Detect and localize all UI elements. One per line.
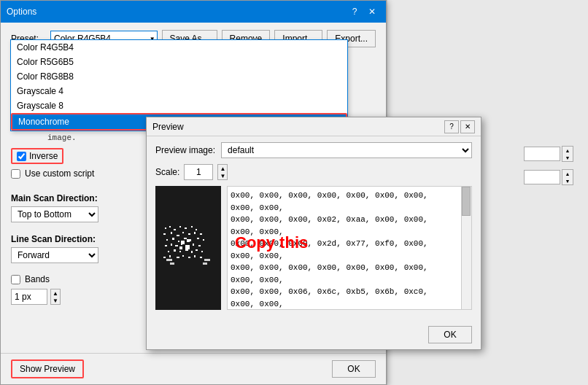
title-bar-controls: ? ✕ [347, 4, 380, 19]
line-scan-select[interactable]: Forward [11, 247, 98, 263]
preview-scale-row: Scale: ▲ ▼ [155, 164, 472, 180]
svg-rect-35 [201, 251, 203, 252]
inverse-section: Inverse Use custom script [11, 148, 94, 182]
px-row: 1 px ▲ ▼ [11, 289, 61, 305]
preview-content-area: Copy this 0x00, 0x00, 0x00, 0x00, 0x00, … [155, 186, 472, 310]
code-line-4: 0x00, 0x00, 0x00, 0x2d, 0x77, 0xf0, 0x00… [231, 238, 468, 250]
svg-rect-44 [187, 239, 190, 242]
main-scan-section: Main Scan Direction: Top to Bottom [11, 193, 98, 222]
help-button[interactable]: ? [347, 4, 363, 19]
preview-help-button[interactable]: ? [444, 120, 459, 133]
code-line-0: 0x00, 0x00, 0x00, 0x00, 0x00, 0x00, 0x00… [231, 190, 468, 202]
svg-rect-15 [166, 239, 168, 241]
inverse-checkbox-row: Inverse [11, 148, 63, 164]
dropdown-item-2[interactable]: Color R8G8B8 [11, 69, 347, 84]
svg-rect-47 [166, 259, 172, 261]
svg-rect-40 [188, 257, 190, 258]
px-spinner: ▲ ▼ [50, 289, 61, 305]
preview-image-select[interactable]: default [221, 142, 472, 158]
svg-rect-2 [169, 226, 171, 228]
right-spinners: ▲ ▼ ▲ ▼ [524, 146, 573, 185]
preview-image-row: Preview image: default [155, 142, 472, 158]
code-line-5: 0x00, 0x00, [231, 250, 468, 262]
spin-input-1[interactable] [524, 147, 560, 161]
code-line-6: 0x00, 0x00, 0x00, 0x00, 0x00, 0x00, 0x00… [231, 262, 468, 274]
svg-rect-43 [181, 241, 185, 244]
line-scan-section: Line Scan Direction: Forward [11, 234, 98, 263]
svg-rect-41 [194, 255, 196, 257]
svg-rect-45 [179, 246, 182, 249]
svg-rect-30 [174, 249, 176, 252]
px-down[interactable]: ▼ [51, 297, 60, 304]
ok-button[interactable]: OK [332, 360, 376, 378]
svg-rect-28 [198, 245, 201, 246]
spinner-control-1[interactable]: ▲ ▼ [524, 146, 573, 162]
preview-title-controls: ? ✕ [444, 120, 475, 133]
svg-rect-39 [182, 255, 184, 257]
preview-image-label: Preview image: [155, 145, 215, 155]
show-preview-button[interactable]: Show Preview [11, 359, 84, 378]
preview-close-button[interactable]: ✕ [460, 120, 475, 133]
custom-script-row: Use custom script [11, 168, 94, 179]
svg-rect-23 [171, 244, 172, 246]
preview-title-bar: Preview ? ✕ [147, 117, 481, 136]
preview-image-box [155, 186, 221, 310]
scrollbar-thumb[interactable] [462, 187, 471, 216]
code-line-2: 0x00, 0x00, 0x00, 0x02, 0xaa, 0x00, 0x00… [231, 214, 468, 226]
close-button[interactable]: ✕ [364, 4, 380, 19]
svg-rect-31 [179, 251, 181, 252]
dropdown-item-4[interactable]: Grayscale 8 [11, 98, 347, 113]
code-line-9: 0x00, 0x00, [231, 298, 468, 311]
svg-rect-1 [165, 228, 166, 229]
svg-rect-21 [203, 239, 204, 241]
svg-rect-29 [168, 251, 169, 252]
spin-up-1[interactable]: ▲ [562, 147, 573, 154]
options-title-bar: Options ? ✕ [1, 1, 386, 23]
svg-rect-20 [197, 238, 199, 239]
svg-rect-16 [172, 238, 174, 240]
preview-body: Preview image: default Scale: ▲ ▼ [147, 136, 481, 316]
preview-image-svg [159, 219, 217, 277]
svg-rect-36 [163, 257, 166, 258]
scale-label: Scale: [155, 167, 179, 177]
svg-rect-12 [188, 233, 190, 235]
svg-rect-5 [185, 228, 187, 229]
scale-input[interactable] [184, 164, 213, 180]
dropdown-item-0[interactable]: Color R4G5B4 [11, 40, 347, 55]
scale-down[interactable]: ▼ [218, 172, 227, 179]
preview-scrollbar[interactable] [461, 187, 471, 309]
px-input[interactable]: 1 px [11, 289, 47, 305]
svg-rect-22 [165, 245, 167, 246]
custom-script-label: Use custom script [25, 168, 94, 179]
spin-down-1[interactable]: ▼ [562, 154, 573, 161]
scale-up[interactable]: ▲ [218, 165, 227, 172]
dropdown-item-1[interactable]: Color R5G6B5 [11, 55, 347, 69]
preview-footer: OK [428, 326, 472, 343]
bands-checkbox[interactable] [11, 275, 20, 284]
bands-row: Bands [11, 274, 61, 284]
code-line-3: 0x00, 0x00, [231, 226, 468, 238]
svg-rect-37 [169, 255, 171, 257]
line-scan-label: Line Scan Direction: [11, 234, 98, 244]
svg-rect-24 [175, 245, 178, 246]
svg-rect-11 [182, 232, 184, 233]
svg-rect-34 [196, 249, 198, 251]
svg-rect-27 [193, 244, 194, 246]
svg-rect-6 [191, 226, 193, 228]
main-scan-select[interactable]: Top to Bottom [11, 206, 98, 222]
dropdown-item-3[interactable]: Grayscale 4 [11, 84, 347, 98]
spin-down-2[interactable]: ▼ [562, 177, 573, 184]
spin-up-2[interactable]: ▲ [562, 170, 573, 177]
svg-rect-49 [170, 262, 174, 265]
spin-input-2[interactable] [524, 170, 560, 184]
svg-rect-18 [184, 238, 187, 239]
px-up[interactable]: ▲ [51, 289, 60, 297]
spinner-control-2[interactable]: ▲ ▼ [524, 169, 573, 185]
inverse-checkbox[interactable] [17, 152, 26, 161]
main-scan-label: Main Scan Direction: [11, 193, 98, 203]
svg-rect-38 [177, 257, 179, 258]
custom-script-checkbox[interactable] [11, 169, 20, 179]
preview-code-box[interactable]: Copy this 0x00, 0x00, 0x00, 0x00, 0x00, … [227, 186, 472, 310]
code-line-1: 0x00, 0x00, [231, 202, 468, 214]
preview-ok-button[interactable]: OK [428, 326, 472, 343]
